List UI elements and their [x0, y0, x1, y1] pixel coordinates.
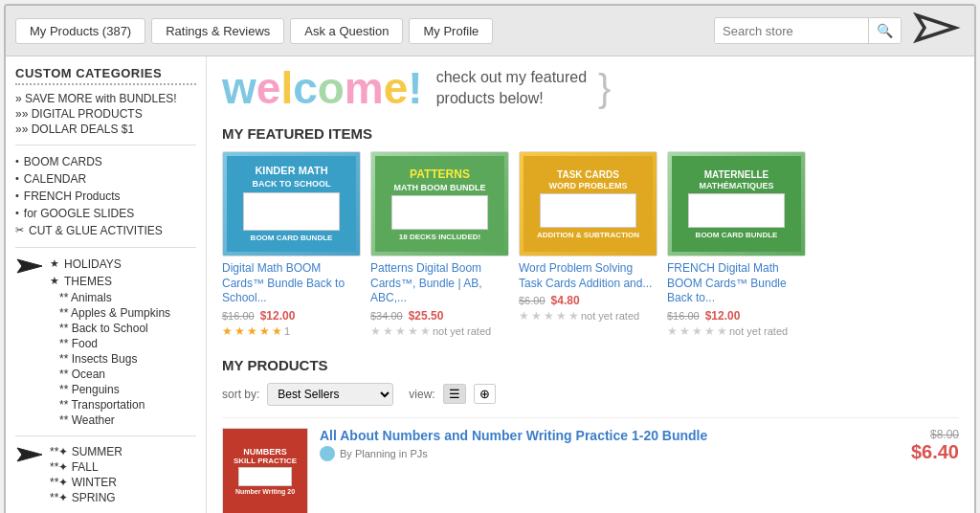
view-label: view: — [409, 388, 434, 401]
sidebar-item-cut-glue[interactable]: ✂ CUT & GLUE ACTIVITIES — [15, 222, 196, 239]
search-input[interactable] — [715, 19, 868, 43]
product-list-price-col: $8.00 $6.40 — [892, 428, 959, 463]
product-old-price-2: $34.00 — [370, 310, 403, 322]
list-view-button[interactable]: ☰ — [443, 384, 466, 404]
product-old-price-4: $16.00 — [667, 310, 700, 322]
sidebar-item-apples[interactable]: ** Apples & Pumpkins — [59, 305, 170, 321]
sidebar-item-themes[interactable]: ★ THEMES — [50, 273, 170, 290]
product-thumb-4: MATERNELLE MATHÉMATIQUES BOOM CARD BUNDL… — [667, 151, 806, 256]
rating-count-1: 1 — [284, 325, 290, 337]
product-card-1[interactable]: KINDER MATH BACK TO SCHOOL BOOM CARD BUN… — [222, 151, 361, 338]
svg-marker-0 — [917, 15, 955, 40]
tab-ratings-reviews[interactable]: Ratings & Reviews — [151, 18, 284, 44]
product-card-4[interactable]: MATERNELLE MATHÉMATIQUES BOOM CARD BUNDL… — [667, 151, 806, 338]
sidebar-item-fall[interactable]: **✦ FALL — [50, 459, 122, 475]
svg-marker-2 — [17, 448, 42, 461]
sidebar-item-winter[interactable]: **✦ WINTER — [50, 475, 122, 490]
sidebar-seasons-section: **✦ SUMMER **✦ FALL **✦ WINTER **✦ SPRIN… — [15, 444, 196, 505]
sidebar: CUSTOM CATEGORIES » SAVE MORE with BUNDL… — [6, 56, 207, 513]
welcome-text: welcome! — [222, 66, 423, 110]
sidebar-item-holidays[interactable]: ★ HOLIDAYS — [50, 256, 170, 273]
sort-select[interactable]: Best Sellers Newest Price: Low to High P… — [267, 383, 393, 406]
curly-brace-decoration: } — [598, 67, 611, 110]
sidebar-link-digital[interactable]: »» DIGITAL PRODUCTS — [15, 106, 196, 122]
sidebar-item-food[interactable]: ** Food — [59, 336, 170, 351]
rating-count-2: not yet rated — [433, 325, 491, 337]
top-nav: My Products (387) Ratings & Reviews Ask … — [6, 6, 974, 56]
sidebar-arrows — [15, 256, 46, 275]
sidebar-item-back-to-school[interactable]: ** Back to School — [59, 321, 170, 336]
product-list-old-price: $8.00 — [892, 428, 959, 441]
search-box: 🔍 — [714, 17, 902, 44]
main-content: welcome! check out my featuredproducts b… — [207, 56, 974, 513]
product-new-price-1: $12.00 — [260, 309, 296, 323]
product-title-4[interactable]: FRENCH Digital Math BOOM Cards™ Bundle B… — [667, 261, 806, 306]
sidebar-divider-1 — [15, 145, 196, 145]
sidebar-item-transportation[interactable]: ** Transportation — [59, 397, 170, 413]
sidebar-item-animals[interactable]: ** Animals — [59, 290, 170, 305]
tab-my-products[interactable]: My Products (387) — [15, 18, 145, 44]
sidebar-item-french[interactable]: • FRENCH Products — [15, 188, 196, 205]
rating-count-3: not yet rated — [581, 310, 639, 322]
sidebar-item-weather[interactable]: ** Weather — [59, 413, 170, 428]
product-by: By Planning in PJs — [320, 446, 880, 461]
product-thumb-2: PATTERNS MATH BOOM BUNDLE 18 DECKS INCLU… — [370, 151, 509, 256]
sort-row: sort by: Best Sellers Newest Price: Low … — [222, 383, 959, 406]
sidebar-arrow-seasons — [15, 444, 46, 466]
sidebar-divider-3 — [15, 435, 196, 436]
my-products-title: MY PRODUCTS — [222, 357, 959, 373]
featured-section-title: MY FEATURED ITEMS — [222, 125, 959, 142]
product-card-3[interactable]: TASK CARDS WORD PROBLEMS ADDITION & SUBT… — [519, 151, 657, 338]
product-thumb-3: TASK CARDS WORD PROBLEMS ADDITION & SUBT… — [519, 151, 657, 256]
product-price-row-2: $34.00 $25.50 — [370, 309, 509, 323]
tab-ask-question[interactable]: Ask a Question — [290, 18, 403, 44]
product-card-2[interactable]: PATTERNS MATH BOOM BUNDLE 18 DECKS INCLU… — [370, 151, 509, 338]
arrow-right-icon-1 — [15, 257, 46, 275]
sidebar-divider-2 — [15, 247, 196, 248]
sidebar-item-ocean[interactable]: ** Ocean — [59, 367, 170, 382]
sidebar-item-spring[interactable]: **✦ SPRING — [50, 490, 122, 505]
product-new-price-4: $12.00 — [705, 309, 741, 323]
sidebar-item-calendar[interactable]: • CALENDAR — [15, 170, 196, 188]
main-layout: CUSTOM CATEGORIES » SAVE MORE with BUNDL… — [6, 56, 974, 513]
search-button[interactable]: 🔍 — [868, 18, 901, 43]
product-new-price-2: $25.50 — [409, 309, 444, 323]
sidebar-item-penguins[interactable]: ** Penguins — [59, 382, 170, 397]
product-list-thumb: NUMBERS SKILL PRACTICE Number Writing 20 — [222, 428, 308, 513]
sidebar-item-google-slides[interactable]: • for GOOGLE SLIDES — [15, 205, 196, 222]
product-price-row-1: $16.00 $12.00 — [222, 309, 361, 323]
sidebar-item-summer[interactable]: **✦ SUMMER — [50, 444, 122, 459]
grid-view-button[interactable]: ⊕ — [474, 384, 496, 404]
featured-grid: KINDER MATH BACK TO SCHOOL BOOM CARD BUN… — [222, 151, 959, 338]
product-rating-2: ★★★★★ not yet rated — [370, 324, 509, 338]
product-new-price-3: $4.80 — [551, 294, 580, 307]
sidebar-link-dollar[interactable]: »» DOLLAR DEALS $1 — [15, 122, 196, 137]
product-title-1[interactable]: Digital Math BOOM Cards™ Bundle Back to … — [222, 261, 361, 306]
sidebar-sub-items: ** Animals ** Apples & Pumpkins ** Back … — [50, 290, 170, 428]
product-title-2[interactable]: Patterns Digital Boom Cards™, Bundle | A… — [370, 261, 509, 306]
product-price-row-4: $16.00 $12.00 — [667, 309, 806, 323]
sidebar-item-boom-cards[interactable]: • BOOM CARDS — [15, 153, 196, 170]
welcome-subtext: check out my featuredproducts below! — [436, 67, 587, 108]
arrow-right-icon-2 — [15, 446, 46, 463]
product-rating-3: ★★★★★ not yet rated — [519, 309, 657, 323]
product-old-price-1: $16.00 — [222, 310, 255, 322]
product-list-item: NUMBERS SKILL PRACTICE Number Writing 20… — [222, 417, 959, 513]
product-list-title[interactable]: All About Numbers and Number Writing Pra… — [320, 428, 880, 443]
seller-name: By Planning in PJs — [340, 448, 428, 459]
sidebar-link-bundles[interactable]: » SAVE MORE with BUNDLES! — [15, 91, 196, 106]
theme-items: ★ HOLIDAYS ★ THEMES ** Animals ** Apples… — [50, 256, 170, 428]
arrow-decoration-top-right — [907, 11, 965, 50]
sort-label: sort by: — [222, 388, 259, 401]
product-price-row-3: $6.00 $4.80 — [519, 294, 657, 307]
product-rating-4: ★★★★★ not yet rated — [667, 324, 806, 338]
product-list-info: All About Numbers and Number Writing Pra… — [320, 428, 880, 461]
seller-avatar — [320, 446, 335, 461]
tab-my-profile[interactable]: My Profile — [409, 18, 493, 44]
product-rating-1: ★★★★★ 1 — [222, 324, 361, 338]
product-thumb-1: KINDER MATH BACK TO SCHOOL BOOM CARD BUN… — [222, 151, 361, 256]
product-old-price-3: $6.00 — [519, 295, 546, 306]
welcome-banner: welcome! check out my featuredproducts b… — [222, 66, 959, 110]
product-title-3[interactable]: Word Problem Solving Task Cards Addition… — [519, 261, 657, 291]
sidebar-item-insects[interactable]: ** Insects Bugs — [59, 351, 170, 367]
